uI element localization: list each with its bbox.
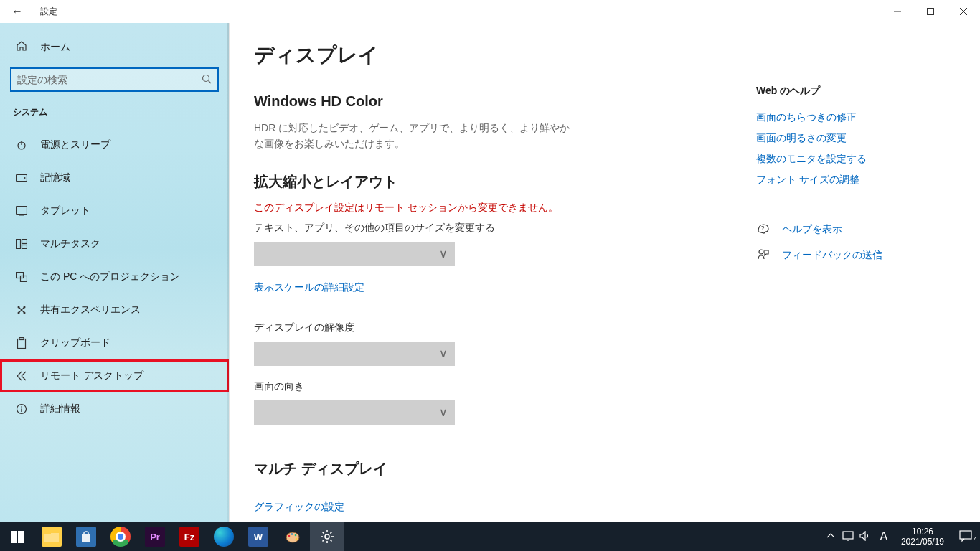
- svg-rect-35: [843, 532, 853, 539]
- taskbar-date: 2021/05/19: [901, 537, 944, 547]
- taskbar-app-settings[interactable]: [310, 522, 344, 551]
- svg-point-12: [18, 306, 20, 309]
- sidebar-item-label: リモート デスクトップ: [40, 369, 143, 382]
- get-help-link[interactable]: ヘルプを表示: [782, 223, 842, 236]
- taskbar-app-store[interactable]: [69, 522, 103, 551]
- right-rail: Web のヘルプ 画面のちらつきの修正 画面の明るさの変更 複数のモニタを設定す…: [756, 42, 964, 522]
- search-input-container[interactable]: [10, 67, 219, 92]
- svg-rect-7: [17, 240, 21, 249]
- svg-rect-0: [928, 9, 934, 15]
- sidebar-item-remote-desktop[interactable]: リモート デスクトップ: [0, 359, 229, 392]
- svg-point-32: [295, 534, 297, 537]
- sidebar-scroll-indicator: [227, 23, 229, 522]
- orientation-dropdown[interactable]: ∨: [254, 400, 455, 425]
- taskbar-app-paint[interactable]: [275, 522, 310, 551]
- sidebar-item-label: マルチタスク: [40, 237, 100, 250]
- sidebar-item-projecting[interactable]: この PC へのプロジェクション: [0, 260, 229, 293]
- tray-network-icon[interactable]: [839, 531, 857, 543]
- help-link-font-size[interactable]: フォント サイズの調整: [756, 174, 859, 187]
- sidebar-item-label: タブレット: [40, 204, 90, 217]
- svg-rect-8: [22, 240, 27, 244]
- tray-volume-icon[interactable]: [857, 531, 874, 543]
- minimize-button[interactable]: [881, 0, 914, 23]
- sidebar: ホーム システム 電源とスリープ 記憶域: [0, 23, 230, 522]
- sidebar-item-label: 共有エクスペリエンス: [40, 303, 141, 316]
- svg-rect-10: [17, 273, 24, 278]
- taskbar-app-premiere[interactable]: Pr: [138, 522, 172, 551]
- remote-session-warning: このディスプレイ設定はリモート セッションから変更できません。: [254, 202, 756, 215]
- svg-point-30: [288, 535, 291, 537]
- chevron-down-icon: ∨: [439, 247, 448, 260]
- sidebar-item-tablet[interactable]: タブレット: [0, 194, 229, 227]
- multitasking-icon: [14, 239, 29, 249]
- notification-icon: [959, 530, 972, 542]
- help-link-multi-monitor[interactable]: 複数のモニタを設定する: [756, 153, 867, 166]
- clipboard-icon: [14, 337, 29, 349]
- close-icon: [960, 8, 967, 15]
- advanced-scaling-link[interactable]: 表示スケールの詳細設定: [254, 281, 364, 294]
- taskbar-app-explorer[interactable]: [34, 522, 69, 551]
- taskbar-app-filezilla[interactable]: Fz: [172, 522, 207, 551]
- hd-color-description: HDR に対応したビデオ、ゲーム、アプリで、より明るく、より鮮やかな画像をお楽し…: [254, 120, 577, 152]
- back-button[interactable]: ←: [0, 5, 34, 18]
- tray-ime-indicator[interactable]: A: [874, 530, 894, 543]
- sidebar-item-label: クリップボード: [40, 336, 110, 349]
- svg-point-13: [24, 306, 26, 309]
- taskbar-app-word[interactable]: W: [241, 522, 275, 551]
- sidebar-item-shared-experiences[interactable]: 共有エクスペリエンス: [0, 293, 229, 326]
- title-bar: ← 設定: [0, 0, 980, 23]
- sidebar-item-label: 電源とスリープ: [40, 138, 110, 151]
- search-input[interactable]: [17, 74, 202, 85]
- svg-rect-27: [44, 531, 51, 534]
- maximize-icon: [927, 8, 934, 15]
- section-hd-color: Windows HD Color: [254, 93, 756, 110]
- storage-icon: [14, 174, 29, 182]
- svg-rect-5: [17, 207, 27, 215]
- svg-rect-25: [18, 537, 24, 543]
- maximize-button[interactable]: [914, 0, 947, 23]
- sidebar-item-storage[interactable]: 記憶域: [0, 161, 229, 194]
- tablet-icon: [14, 206, 29, 216]
- windows-icon: [11, 531, 24, 543]
- notification-count: 4: [974, 535, 977, 542]
- help-link-flicker[interactable]: 画面のちらつきの修正: [756, 111, 857, 124]
- info-icon: [14, 403, 29, 415]
- section-scaling: 拡大縮小とレイアウト: [254, 172, 756, 192]
- section-multi-display: マルチ ディスプレイ: [254, 459, 756, 479]
- sidebar-item-power-sleep[interactable]: 電源とスリープ: [0, 128, 229, 161]
- main-content: ディスプレイ Windows HD Color HDR に対応したビデオ、ゲーム…: [230, 23, 980, 522]
- sidebar-item-label: 記憶域: [40, 171, 70, 184]
- help-link-brightness[interactable]: 画面の明るさの変更: [756, 132, 847, 145]
- taskbar-app-edge[interactable]: [207, 522, 241, 551]
- sidebar-item-label: 詳細情報: [40, 402, 80, 415]
- svg-rect-23: [18, 531, 24, 537]
- feedback-icon: [756, 248, 771, 263]
- text-size-label: テキスト、アプリ、その他の項目のサイズを変更する: [254, 222, 756, 235]
- svg-point-31: [291, 533, 293, 535]
- sidebar-item-clipboard[interactable]: クリップボード: [0, 326, 229, 359]
- close-button[interactable]: [947, 0, 980, 23]
- remote-desktop-icon: [14, 371, 29, 381]
- taskbar-clock[interactable]: 10:26 2021/05/19: [894, 527, 951, 547]
- give-feedback-link[interactable]: フィードバックの送信: [782, 249, 882, 262]
- resolution-dropdown[interactable]: ∨: [254, 342, 455, 366]
- home-button[interactable]: ホーム: [0, 32, 229, 63]
- resolution-label: ディスプレイの解像度: [254, 321, 756, 334]
- tray-overflow-button[interactable]: [822, 532, 839, 542]
- svg-point-1: [203, 75, 209, 81]
- chevron-down-icon: ∨: [439, 405, 448, 419]
- svg-rect-6: [19, 215, 24, 216]
- graphics-settings-link[interactable]: グラフィックの設定: [254, 501, 344, 514]
- taskbar-app-chrome[interactable]: [103, 522, 138, 551]
- sidebar-item-multitasking[interactable]: マルチタスク: [0, 227, 229, 260]
- svg-point-14: [18, 312, 20, 314]
- start-button[interactable]: [0, 522, 34, 551]
- home-label: ホーム: [40, 41, 70, 54]
- action-center-button[interactable]: 4: [951, 530, 980, 544]
- sidebar-item-about[interactable]: 詳細情報: [0, 392, 229, 425]
- text-size-dropdown[interactable]: ∨: [254, 242, 455, 266]
- home-icon: [14, 40, 29, 55]
- web-help-heading: Web のヘルプ: [756, 85, 943, 98]
- svg-rect-22: [11, 531, 17, 537]
- shared-icon: [14, 304, 29, 316]
